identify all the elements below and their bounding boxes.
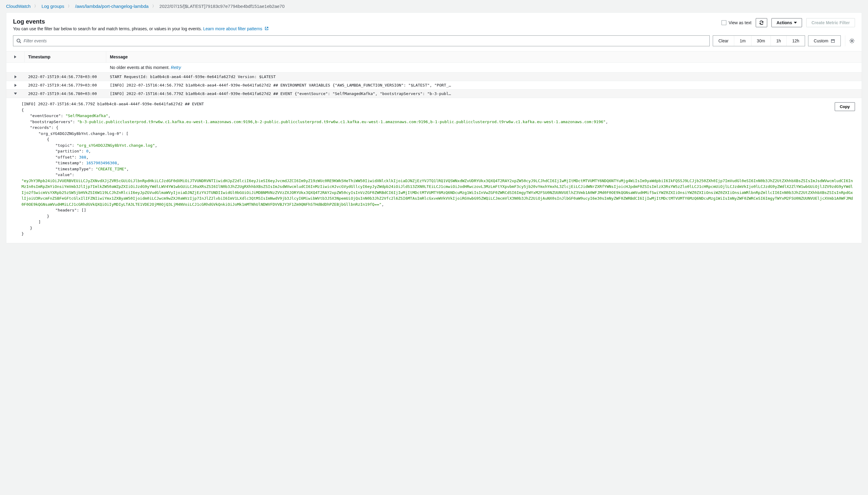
external-link-icon [265, 26, 269, 31]
expand-toggle[interactable] [6, 81, 24, 89]
log-row: 2022-07-15T19:44:56.779+03:00 [INFO] 202… [6, 81, 862, 89]
view-as-text-toggle[interactable]: View as text [721, 20, 751, 25]
refresh-icon [759, 20, 764, 25]
log-events-panel: Log events You can use the filter bar be… [6, 12, 862, 243]
panel-header: Log events You can use the filter bar be… [6, 13, 862, 35]
refresh-button[interactable] [756, 18, 767, 27]
expand-toggle[interactable] [6, 89, 24, 98]
search-icon [16, 38, 21, 43]
svg-rect-1 [831, 40, 835, 42]
expand-all-toggle[interactable] [6, 51, 24, 62]
actions-button[interactable]: Actions [771, 18, 802, 27]
custom-range-button[interactable]: Custom [809, 36, 840, 46]
expand-toggle[interactable] [6, 73, 24, 81]
filter-events-input[interactable] [23, 38, 707, 43]
expanded-log-body: Copy [INFO] 2022-07-15T16:44:56.779Z b1a… [6, 98, 862, 243]
calendar-icon [831, 39, 835, 43]
caret-down-icon [794, 22, 797, 23]
triangle-right-icon [14, 55, 16, 58]
log-row: 2022-07-15T19:44:56.780+03:00 [INFO] 202… [6, 89, 862, 98]
range-1h[interactable]: 1h [771, 36, 787, 46]
filter-bar: Clear 1m 30m 1h 12h Custom [6, 35, 862, 51]
clear-button[interactable]: Clear [713, 36, 734, 46]
svg-point-2 [851, 40, 853, 42]
triangle-right-icon [15, 84, 17, 87]
range-12h[interactable]: 12h [787, 36, 804, 46]
log-message: [INFO] 2022-07-15T16:44:56.779Z b1a0b4c8… [106, 81, 862, 89]
log-row: 2022-07-15T19:44:56.778+03:00 START Requ… [6, 73, 862, 81]
copy-button[interactable]: Copy [835, 102, 855, 111]
breadcrumb-log-groups[interactable]: Log groups [41, 4, 64, 9]
table-header: Timestamp Message [6, 51, 862, 63]
custom-range-group: Custom [808, 35, 841, 46]
triangle-right-icon [15, 75, 17, 79]
expanded-header-line: [INFO] 2022-07-15T16:44:56.779Z b1a0b4c8… [21, 101, 855, 107]
log-message: START RequestId: b1a0b4c8-aea4-444f-939e… [106, 73, 862, 81]
settings-wrap [845, 35, 855, 46]
svg-point-0 [17, 39, 20, 42]
triangle-down-icon [14, 92, 17, 95]
checkbox-icon[interactable] [721, 20, 726, 25]
log-timestamp: 2022-07-15T19:44:56.779+03:00 [24, 81, 106, 89]
breadcrumb: CloudWatch 〉 Log groups 〉 /aws/lambda/po… [0, 0, 868, 12]
breadcrumb-current: 2022/07/15/[$LATEST]79183c97e7794be4bdf1… [159, 4, 285, 9]
log-timestamp: 2022-07-15T19:44:56.778+03:00 [24, 73, 106, 81]
no-older-text: No older events at this moment. [110, 65, 170, 70]
time-range-group: Clear 1m 30m 1h 12h [713, 35, 805, 46]
search-input-wrap[interactable] [13, 35, 710, 46]
learn-more-link[interactable]: Learn more about filter patterns [203, 26, 268, 31]
col-timestamp[interactable]: Timestamp [24, 51, 106, 62]
page-subtitle: You can use the filter bar below to sear… [13, 26, 269, 31]
page-title: Log events [13, 18, 269, 25]
chevron-right-icon: 〉 [152, 4, 156, 9]
gear-icon[interactable] [849, 38, 855, 44]
no-older-events-row: No older events at this moment. Retry [6, 63, 862, 73]
breadcrumb-stream-group[interactable]: /aws/lambda/port-changelog-lambda [75, 4, 149, 9]
log-timestamp: 2022-07-15T19:44:56.780+03:00 [24, 89, 106, 98]
breadcrumb-root[interactable]: CloudWatch [6, 4, 31, 9]
chevron-right-icon: 〉 [68, 4, 71, 9]
chevron-right-icon: 〉 [34, 4, 38, 9]
col-message[interactable]: Message [106, 51, 862, 62]
range-30m[interactable]: 30m [751, 36, 771, 46]
retry-link[interactable]: Retry [171, 65, 181, 70]
log-message: [INFO] 2022-07-15T16:44:56.779Z b1a0b4c8… [106, 89, 862, 98]
range-1m[interactable]: 1m [734, 36, 751, 46]
create-metric-filter-button[interactable]: Create Metric Filter [806, 18, 855, 27]
view-as-text-label: View as text [729, 20, 751, 25]
